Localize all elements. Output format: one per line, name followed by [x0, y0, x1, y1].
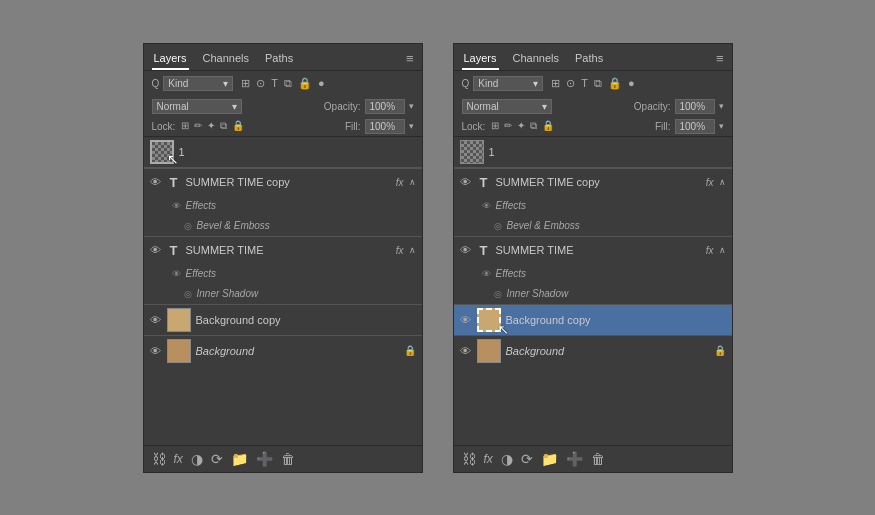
- eye-summer-right[interactable]: 👁: [460, 244, 472, 256]
- tab-channels-left[interactable]: Channels: [201, 48, 251, 70]
- eye-bg-copy-right[interactable]: 👁: [460, 314, 472, 326]
- t-icon-summer-right: T: [477, 243, 491, 258]
- top-layer-right[interactable]: 1: [454, 137, 732, 168]
- blend-dropdown-left[interactable]: Normal ▾: [152, 99, 242, 114]
- search-row-left: Q Kind ▾ ⊞ ⊙ T ⧉ 🔒 ●: [144, 71, 422, 96]
- lock-icon-lock-r[interactable]: 🔒: [542, 120, 554, 132]
- fill-label-right: Fill:: [655, 121, 671, 132]
- opacity-value-right[interactable]: 100%: [675, 99, 715, 114]
- tab-layers-right[interactable]: Layers: [462, 48, 499, 70]
- kind-dropdown-left[interactable]: Kind ▾: [163, 76, 233, 91]
- left-panel: Layers Channels Paths ≡ Q Kind ▾ ⊞ ⊙ T ⧉…: [143, 43, 423, 473]
- eye-summer-left[interactable]: 👁: [150, 244, 162, 256]
- lock-icon-artboard-r[interactable]: ⧉: [530, 120, 537, 132]
- layer-summer-time-left[interactable]: 👁 T SUMMER TIME fx ∧: [144, 236, 422, 264]
- new-layer-icon-footer-left[interactable]: ➕: [256, 451, 273, 467]
- layer-name-bg-copy-left: Background copy: [196, 314, 416, 326]
- thumb-bg-copy-wrap-right: ↖: [477, 308, 501, 332]
- t-icon-summer-copy-left: T: [167, 175, 181, 190]
- fill-value-left[interactable]: 100%: [365, 119, 405, 134]
- opacity-value-left[interactable]: 100%: [365, 99, 405, 114]
- lock-icons-right: ⊞ ✏ ✦ ⧉ 🔒: [491, 120, 554, 132]
- folder-icon-footer-left[interactable]: 📁: [231, 451, 248, 467]
- kind-dropdown-right[interactable]: Kind ▾: [473, 76, 543, 91]
- layer-bg-left[interactable]: 👁 Background 🔒: [144, 335, 422, 366]
- adjustment-icon-footer-right[interactable]: ◑: [501, 451, 513, 467]
- tab-layers-left[interactable]: Layers: [152, 48, 189, 70]
- layer-summer-time-right[interactable]: 👁 T SUMMER TIME fx ∧: [454, 236, 732, 264]
- eye-effects-summer-right[interactable]: 👁: [482, 269, 491, 279]
- layer-bg-copy-left[interactable]: 👁 Background copy: [144, 304, 422, 335]
- filter-icon-3[interactable]: T: [271, 77, 278, 89]
- chevron-summer-copy-left[interactable]: ∧: [409, 177, 416, 187]
- eye-summer-copy-right[interactable]: 👁: [460, 176, 472, 188]
- eye-effects-left[interactable]: 👁: [172, 201, 181, 211]
- layer-name-top-left: 1: [179, 146, 416, 158]
- delete-icon-footer-right[interactable]: 🗑: [591, 451, 605, 467]
- eye-bg-copy-left[interactable]: 👁: [150, 314, 162, 326]
- panel-menu-left[interactable]: ≡: [406, 51, 414, 66]
- fx-icon-footer-left[interactable]: fx: [174, 452, 183, 466]
- layer-bg-copy-right[interactable]: 👁 ↖ Background copy: [454, 304, 732, 335]
- tab-paths-left[interactable]: Paths: [263, 48, 295, 70]
- lock-row-right: Lock: ⊞ ✏ ✦ ⧉ 🔒 Fill: 100% ▾: [454, 117, 732, 137]
- folder-icon-footer-right[interactable]: 📁: [541, 451, 558, 467]
- adjustment-icon-footer-left[interactable]: ◑: [191, 451, 203, 467]
- filter-icon-r2[interactable]: ⊙: [566, 77, 575, 90]
- opacity-label-left: Opacity:: [324, 101, 361, 112]
- panel-menu-right[interactable]: ≡: [716, 51, 724, 66]
- filter-icon-r5[interactable]: 🔒: [608, 77, 622, 90]
- fill-row-right: Fill: 100% ▾: [655, 119, 724, 134]
- t-icon-summer-left: T: [167, 243, 181, 258]
- filter-icon-5[interactable]: 🔒: [298, 77, 312, 90]
- group-icon-footer-left[interactable]: ⟳: [211, 451, 223, 467]
- filter-icon-2[interactable]: ⊙: [256, 77, 265, 90]
- fill-value-right[interactable]: 100%: [675, 119, 715, 134]
- layer-name-top-right: 1: [489, 146, 726, 158]
- layer-bg-right[interactable]: 👁 Background 🔒: [454, 335, 732, 366]
- kind-arrow-right: ▾: [533, 78, 538, 89]
- blend-arrow-right: ▾: [542, 101, 547, 112]
- filter-icon-r3[interactable]: T: [581, 77, 588, 89]
- blend-dropdown-right[interactable]: Normal ▾: [462, 99, 552, 114]
- layers-list-left: ↖ 1 👁 T SUMMER TIME copy fx ∧ 👁 Effects …: [144, 137, 422, 445]
- delete-icon-footer-left[interactable]: 🗑: [281, 451, 295, 467]
- eye-effects-right[interactable]: 👁: [482, 201, 491, 211]
- filter-icon-r6[interactable]: ●: [628, 77, 635, 89]
- filter-icon-6[interactable]: ●: [318, 77, 325, 89]
- eye-effects-summer-left[interactable]: 👁: [172, 269, 181, 279]
- eye-bg-right[interactable]: 👁: [460, 345, 472, 357]
- link-icon-footer-left[interactable]: ⛓: [152, 451, 166, 467]
- tab-channels-right[interactable]: Channels: [511, 48, 561, 70]
- eye-summer-copy-left[interactable]: 👁: [150, 176, 162, 188]
- lock-icon-move[interactable]: ✦: [207, 120, 215, 132]
- lock-icon-brush[interactable]: ✏: [194, 120, 202, 132]
- lock-icon-lock[interactable]: 🔒: [232, 120, 244, 132]
- link-icon-footer-right[interactable]: ⛓: [462, 451, 476, 467]
- lock-icon-grid-r[interactable]: ⊞: [491, 120, 499, 132]
- fx-label-summer-left: fx: [396, 245, 404, 256]
- chevron-summer-copy-right[interactable]: ∧: [719, 177, 726, 187]
- lock-label-left: Lock:: [152, 121, 176, 132]
- group-icon-footer-right[interactable]: ⟳: [521, 451, 533, 467]
- eye-bg-left[interactable]: 👁: [150, 345, 162, 357]
- tab-paths-right[interactable]: Paths: [573, 48, 605, 70]
- chevron-summer-right[interactable]: ∧: [719, 245, 726, 255]
- filter-icon-r4[interactable]: ⧉: [594, 77, 602, 90]
- thumb-bg-right: [477, 339, 501, 363]
- layer-summer-time-copy-left[interactable]: 👁 T SUMMER TIME copy fx ∧: [144, 168, 422, 196]
- lock-icon-grid[interactable]: ⊞: [181, 120, 189, 132]
- lock-icon-artboard[interactable]: ⧉: [220, 120, 227, 132]
- right-panel-tabs: Layers Channels Paths ≡: [454, 44, 732, 71]
- chevron-summer-left[interactable]: ∧: [409, 245, 416, 255]
- filter-icon-r1[interactable]: ⊞: [551, 77, 560, 90]
- filter-icon-1[interactable]: ⊞: [241, 77, 250, 90]
- layer-name-summer-left: SUMMER TIME: [186, 244, 391, 256]
- new-layer-icon-footer-right[interactable]: ➕: [566, 451, 583, 467]
- lock-icon-brush-r[interactable]: ✏: [504, 120, 512, 132]
- filter-icon-4[interactable]: ⧉: [284, 77, 292, 90]
- lock-icon-move-r[interactable]: ✦: [517, 120, 525, 132]
- fx-icon-footer-right[interactable]: fx: [484, 452, 493, 466]
- top-layer-left[interactable]: ↖ 1: [144, 137, 422, 168]
- layer-summer-time-copy-right[interactable]: 👁 T SUMMER TIME copy fx ∧: [454, 168, 732, 196]
